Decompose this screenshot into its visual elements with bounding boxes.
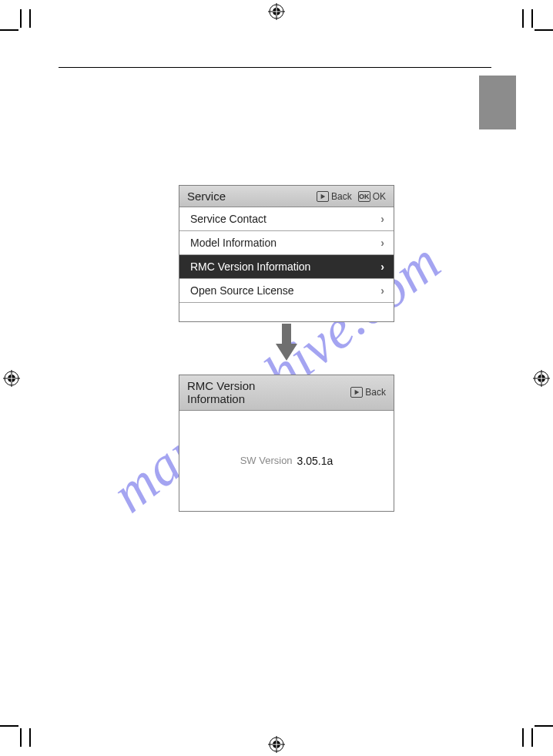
back-label: Back: [365, 387, 386, 398]
registration-mark-icon: [268, 736, 285, 753]
screen-body: SW Version 3.05.1a: [179, 411, 394, 511]
page-side-tab: [479, 76, 516, 129]
menu-item-label: Open Source License: [190, 284, 294, 297]
ok-icon: OK: [358, 191, 370, 202]
down-arrow-icon: [273, 322, 300, 364]
sw-version-value: 3.05.1a: [297, 455, 333, 467]
menu-item-label: Model Information: [190, 237, 276, 249]
back-label: Back: [331, 191, 352, 202]
crop-mark: [29, 728, 31, 747]
menu-item-model-information[interactable]: Model Information ›: [179, 231, 394, 255]
crop-mark: [535, 725, 553, 727]
registration-mark-icon: [533, 370, 550, 387]
menu-item-open-source-license[interactable]: Open Source License ›: [179, 279, 394, 303]
crop-mark: [20, 9, 22, 28]
svg-marker-24: [321, 193, 326, 198]
screen-header: Service Back OK OK: [179, 186, 394, 207]
back-hint: Back: [317, 191, 352, 202]
crop-mark: [535, 29, 553, 31]
menu-blank-row: [179, 303, 394, 321]
screen-header: RMC Version Information Back: [179, 375, 394, 411]
back-hint: Back: [350, 387, 386, 398]
screen-header-actions: Back: [350, 387, 386, 398]
menu-item-service-contact[interactable]: Service Contact ›: [179, 207, 394, 231]
registration-mark-icon: [3, 370, 20, 387]
crop-mark: [531, 9, 533, 28]
crop-mark: [20, 728, 22, 747]
chevron-right-icon: ›: [380, 260, 384, 273]
crop-mark: [29, 9, 31, 28]
crop-mark: [0, 725, 18, 727]
menu-item-label: Service Contact: [190, 213, 266, 225]
service-menu-screen: Service Back OK OK Service Contact › Mod…: [179, 185, 394, 322]
crop-mark: [531, 728, 533, 747]
back-icon: [350, 387, 363, 398]
svg-marker-27: [355, 390, 360, 395]
back-icon: [317, 191, 329, 202]
menu-item-rmc-version-information[interactable]: RMC Version Information ›: [179, 255, 394, 279]
screen-title: Service: [187, 190, 226, 203]
ok-label: OK: [373, 191, 386, 202]
ok-hint: OK OK: [358, 191, 386, 202]
chevron-right-icon: ›: [380, 284, 384, 297]
crop-mark: [522, 9, 524, 28]
screen-title: RMC Version Information: [187, 379, 255, 406]
svg-marker-26: [276, 344, 297, 361]
page-top-rule: [59, 67, 491, 68]
registration-mark-icon: [268, 3, 285, 20]
crop-mark: [522, 728, 524, 747]
screen-header-actions: Back OK OK: [317, 191, 386, 202]
chevron-right-icon: ›: [380, 213, 384, 225]
menu-item-label: RMC Version Information: [190, 260, 310, 273]
chevron-right-icon: ›: [380, 237, 384, 249]
svg-rect-25: [282, 324, 291, 344]
rmc-version-screen: RMC Version Information Back SW Version …: [179, 375, 394, 512]
sw-version-label: SW Version: [240, 455, 293, 466]
crop-mark: [0, 29, 18, 31]
